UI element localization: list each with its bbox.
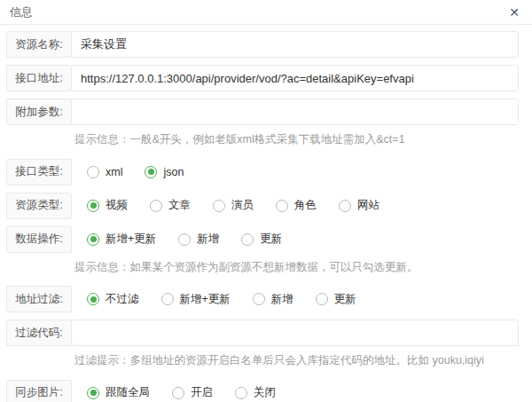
form-row-extra-params: 附加参数:: [6, 99, 519, 125]
resource-type-label: 资源类型:: [6, 193, 72, 219]
radio-icon: [316, 293, 328, 305]
form-row-resource-type: 资源类型: 视频 文章 演员 角色 网站: [6, 193, 519, 219]
sync-images-label: 同步图片:: [6, 380, 72, 402]
data-operation-radio-group: 新增+更新 新增 更新: [72, 226, 519, 253]
radio-icon: [253, 293, 265, 305]
data-operation-hint: 提示信息：如果某个资源作为副资源不想新增数据，可以只勾选更新。: [6, 260, 519, 276]
radio-icon: [213, 200, 225, 212]
radio-resource-type-article[interactable]: 文章: [150, 198, 191, 213]
form-row-api-url: 接口地址:: [6, 65, 519, 91]
form-row-data-operation: 数据操作: 新增+更新 新增 更新: [6, 226, 519, 253]
radio-icon: [150, 200, 162, 212]
form-body: 资源名称: 接口地址: 附加参数: 提示信息：一般&开头，例如老版xml格式采集…: [0, 25, 532, 402]
radio-label: 新增+更新: [180, 292, 231, 307]
form-row-api-type: 接口类型: xml json: [6, 159, 519, 185]
extra-params-input[interactable]: [71, 99, 519, 125]
radio-checked-icon: [87, 200, 99, 212]
radio-resource-type-website[interactable]: 网站: [339, 198, 379, 213]
radio-data-op-add[interactable]: 新增: [178, 232, 219, 247]
radio-label: 演员: [231, 198, 254, 213]
radio-label: 新增: [271, 292, 293, 307]
filter-code-input[interactable]: [71, 319, 519, 346]
filter-code-hint: 过滤提示：多组地址的资源开启白名单后只会入库指定代码的地址。比如 youku,i…: [6, 353, 519, 369]
api-url-label: 接口地址:: [6, 65, 72, 91]
form-row-address-filter: 地址过滤: 不过滤 新增+更新 新增 更新: [6, 286, 519, 312]
radio-sync-on[interactable]: 开启: [172, 385, 213, 400]
radio-label: 更新: [260, 232, 282, 247]
radio-label: xml: [106, 166, 122, 178]
resource-type-radio-group: 视频 文章 演员 角色 网站: [72, 193, 519, 219]
radio-icon: [241, 233, 254, 246]
radio-label: 更新: [334, 292, 356, 307]
radio-label: 新增+更新: [106, 232, 156, 247]
radio-checked-icon: [87, 233, 99, 246]
radio-label: 关闭: [254, 385, 276, 400]
radio-icon: [87, 166, 99, 178]
radio-checked-icon: [87, 293, 99, 305]
radio-icon: [235, 387, 247, 399]
radio-label: 角色: [294, 198, 317, 213]
radio-checked-icon: [145, 166, 157, 178]
radio-icon: [172, 387, 184, 399]
form-row-resource-name: 资源名称:: [6, 31, 519, 58]
form-row-filter-code: 过滤代码:: [6, 319, 519, 346]
radio-resource-type-role[interactable]: 角色: [276, 198, 317, 213]
dialog-title: 信息: [10, 4, 33, 20]
radio-filter-none[interactable]: 不过滤: [87, 292, 139, 307]
radio-label: json: [163, 166, 184, 178]
close-icon[interactable]: ✕: [507, 4, 521, 20]
radio-sync-off[interactable]: 关闭: [235, 385, 276, 400]
sync-images-radio-group: 跟随全局 开启 关闭: [72, 380, 519, 402]
address-filter-label: 地址过滤:: [6, 286, 72, 312]
radio-filter-add[interactable]: 新增: [253, 292, 293, 307]
radio-resource-type-actor[interactable]: 演员: [213, 198, 254, 213]
radio-data-op-add-update[interactable]: 新增+更新: [87, 232, 156, 247]
radio-icon: [178, 233, 191, 246]
radio-icon: [276, 200, 288, 212]
radio-label: 文章: [168, 198, 191, 213]
radio-icon: [339, 200, 351, 212]
data-operation-label: 数据操作:: [6, 226, 72, 253]
radio-filter-update[interactable]: 更新: [316, 292, 356, 307]
radio-label: 网站: [357, 198, 379, 213]
radio-filter-add-update[interactable]: 新增+更新: [161, 292, 231, 307]
radio-label: 跟随全局: [106, 385, 150, 400]
radio-resource-type-video[interactable]: 视频: [87, 198, 128, 213]
radio-sync-global[interactable]: 跟随全局: [87, 385, 150, 400]
radio-label: 新增: [197, 232, 219, 247]
radio-api-type-json[interactable]: json: [145, 166, 184, 178]
radio-label: 开启: [191, 385, 213, 400]
form-row-sync-images: 同步图片: 跟随全局 开启 关闭: [6, 380, 519, 402]
radio-data-op-update[interactable]: 更新: [241, 232, 282, 247]
extra-params-label: 附加参数:: [6, 99, 72, 125]
dialog-header: 信息 ✕: [0, 0, 532, 25]
radio-api-type-xml[interactable]: xml: [87, 166, 122, 178]
api-url-input[interactable]: [71, 65, 519, 91]
resource-name-input[interactable]: [71, 31, 519, 58]
address-filter-radio-group: 不过滤 新增+更新 新增 更新: [72, 286, 519, 312]
resource-name-label: 资源名称:: [6, 31, 72, 58]
radio-label: 视频: [106, 198, 128, 213]
radio-checked-icon: [87, 387, 99, 399]
api-type-radio-group: xml json: [72, 159, 519, 185]
api-type-label: 接口类型:: [6, 159, 72, 185]
radio-label: 不过滤: [106, 292, 139, 307]
extra-params-hint: 提示信息：一般&开头，例如老版xml格式采集下载地址需加入&ct=1: [6, 132, 519, 148]
filter-code-label: 过滤代码:: [6, 319, 72, 346]
radio-icon: [161, 293, 174, 305]
